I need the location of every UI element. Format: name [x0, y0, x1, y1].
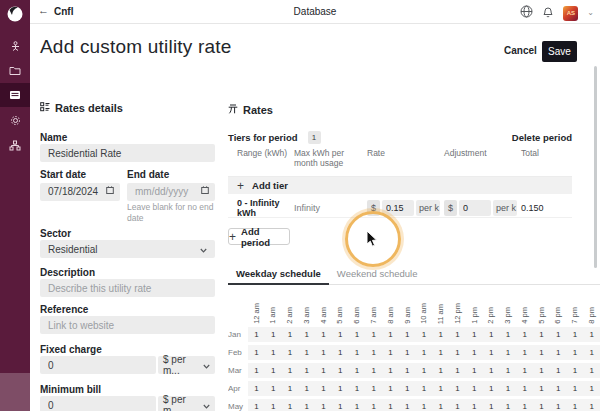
- schedule-cell[interactable]: 1: [516, 399, 533, 411]
- schedule-cell[interactable]: 1: [550, 381, 567, 396]
- sidebar-item-user[interactable]: [0, 34, 30, 58]
- schedule-cell[interactable]: 1: [265, 363, 282, 378]
- schedule-cell[interactable]: 1: [399, 327, 416, 342]
- schedule-cell[interactable]: 1: [248, 327, 265, 342]
- schedule-cell[interactable]: 1: [248, 399, 265, 411]
- schedule-cell[interactable]: 1: [382, 381, 399, 396]
- schedule-cell[interactable]: 1: [365, 345, 382, 360]
- adjustment-unit-select[interactable]: per k: [493, 200, 517, 216]
- schedule-cell[interactable]: 1: [282, 363, 299, 378]
- fixed-charge-unit-select[interactable]: $ per m...: [158, 356, 215, 374]
- schedule-cell[interactable]: 1: [466, 345, 483, 360]
- chevron-down-icon[interactable]: ⌄: [587, 8, 594, 17]
- bell-icon[interactable]: [542, 4, 554, 22]
- tab-weekend-schedule[interactable]: Weekend schedule: [329, 264, 426, 285]
- reference-input[interactable]: [40, 316, 215, 334]
- schedule-cell[interactable]: 1: [365, 399, 382, 411]
- sector-select[interactable]: Residential: [40, 240, 215, 258]
- schedule-cell[interactable]: 1: [550, 327, 567, 342]
- schedule-cell[interactable]: 1: [416, 399, 433, 411]
- calendar-icon[interactable]: [201, 186, 209, 194]
- sidebar-item-folder[interactable]: [0, 59, 30, 83]
- schedule-cell[interactable]: 1: [567, 399, 584, 411]
- schedule-cell[interactable]: 1: [466, 363, 483, 378]
- add-period-button[interactable]: + Add period: [228, 228, 290, 245]
- schedule-cell[interactable]: 1: [265, 327, 282, 342]
- schedule-cell[interactable]: 1: [315, 345, 332, 360]
- schedule-cell[interactable]: 1: [399, 345, 416, 360]
- schedule-cell[interactable]: 1: [583, 381, 600, 396]
- schedule-cell[interactable]: 1: [298, 399, 315, 411]
- schedule-cell[interactable]: 1: [499, 327, 516, 342]
- schedule-cell[interactable]: 1: [282, 381, 299, 396]
- schedule-cell[interactable]: 1: [315, 327, 332, 342]
- schedule-cell[interactable]: 1: [332, 399, 349, 411]
- schedule-cell[interactable]: 1: [499, 363, 516, 378]
- schedule-cell[interactable]: 1: [466, 399, 483, 411]
- schedule-cell[interactable]: 1: [265, 399, 282, 411]
- period-badge[interactable]: 1: [308, 131, 321, 144]
- schedule-cell[interactable]: 1: [416, 345, 433, 360]
- app-logo-icon[interactable]: [7, 6, 23, 22]
- schedule-cell[interactable]: 1: [399, 363, 416, 378]
- schedule-cell[interactable]: 1: [533, 381, 550, 396]
- schedule-cell[interactable]: 1: [365, 327, 382, 342]
- schedule-cell[interactable]: 1: [349, 327, 366, 342]
- schedule-cell[interactable]: 1: [533, 345, 550, 360]
- schedule-cell[interactable]: 1: [298, 327, 315, 342]
- schedule-cell[interactable]: 1: [315, 363, 332, 378]
- schedule-cell[interactable]: 1: [567, 363, 584, 378]
- vertical-scrollbar[interactable]: [594, 66, 597, 268]
- tab-weekday-schedule[interactable]: Weekday schedule: [228, 264, 329, 285]
- schedule-cell[interactable]: 1: [382, 399, 399, 411]
- schedule-cell[interactable]: 1: [382, 327, 399, 342]
- schedule-cell[interactable]: 1: [533, 399, 550, 411]
- schedule-cell[interactable]: 1: [349, 399, 366, 411]
- sidebar-item-org-chart[interactable]: [0, 133, 30, 157]
- schedule-cell[interactable]: 1: [550, 399, 567, 411]
- description-input[interactable]: [40, 279, 215, 297]
- schedule-cell[interactable]: 1: [432, 327, 449, 342]
- schedule-cell[interactable]: 1: [516, 327, 533, 342]
- schedule-cell[interactable]: 1: [349, 345, 366, 360]
- schedule-cell[interactable]: 1: [483, 363, 500, 378]
- fixed-charge-input[interactable]: [40, 356, 156, 374]
- schedule-cell[interactable]: 1: [265, 345, 282, 360]
- schedule-cell[interactable]: 1: [483, 327, 500, 342]
- schedule-cell[interactable]: 1: [248, 381, 265, 396]
- schedule-cell[interactable]: 1: [583, 363, 600, 378]
- rate-input[interactable]: [382, 200, 414, 216]
- schedule-cell[interactable]: 1: [332, 345, 349, 360]
- adjustment-input[interactable]: [459, 200, 491, 216]
- schedule-cell[interactable]: 1: [248, 363, 265, 378]
- schedule-cell[interactable]: 1: [449, 399, 466, 411]
- schedule-cell[interactable]: 1: [282, 399, 299, 411]
- save-button[interactable]: Save: [542, 41, 577, 62]
- delete-period-button[interactable]: Delete period: [512, 132, 572, 143]
- schedule-cell[interactable]: 1: [416, 381, 433, 396]
- schedule-cell[interactable]: 1: [533, 363, 550, 378]
- avatar[interactable]: AS: [563, 6, 578, 21]
- schedule-cell[interactable]: 1: [567, 345, 584, 360]
- sidebar-item-database[interactable]: [0, 83, 30, 107]
- schedule-cell[interactable]: 1: [365, 363, 382, 378]
- schedule-cell[interactable]: 1: [382, 345, 399, 360]
- calendar-icon[interactable]: [106, 186, 114, 194]
- schedule-cell[interactable]: 1: [382, 363, 399, 378]
- add-tier-button[interactable]: + Add tier: [228, 177, 572, 194]
- schedule-cell[interactable]: 1: [365, 381, 382, 396]
- schedule-cell[interactable]: 1: [298, 363, 315, 378]
- schedule-cell[interactable]: 1: [349, 363, 366, 378]
- schedule-cell[interactable]: 1: [298, 381, 315, 396]
- schedule-cell[interactable]: 1: [449, 381, 466, 396]
- rate-unit-select[interactable]: per k: [416, 200, 440, 216]
- schedule-cell[interactable]: 1: [516, 345, 533, 360]
- schedule-cell[interactable]: 1: [583, 327, 600, 342]
- schedule-cell[interactable]: 1: [349, 381, 366, 396]
- schedule-cell[interactable]: 1: [432, 381, 449, 396]
- schedule-cell[interactable]: 1: [248, 345, 265, 360]
- name-input[interactable]: [40, 144, 215, 162]
- schedule-cell[interactable]: 1: [449, 327, 466, 342]
- schedule-cell[interactable]: 1: [432, 363, 449, 378]
- minimum-bill-unit-select[interactable]: $ per m...: [158, 396, 215, 411]
